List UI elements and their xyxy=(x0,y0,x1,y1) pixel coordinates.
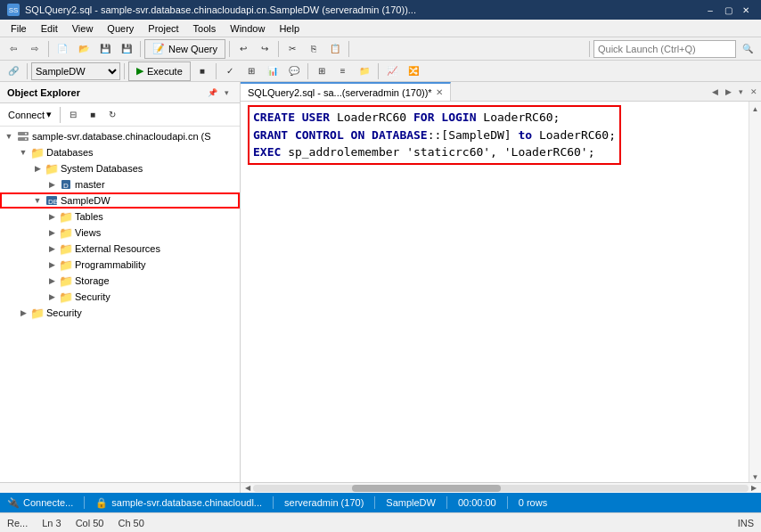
expand-master[interactable]: ▶ xyxy=(45,177,59,192)
oe-sep1 xyxy=(60,107,61,123)
new-file-button[interactable]: 📄 xyxy=(53,40,72,58)
sql-line-2: GRANT CONTROL ON DATABASE::[SampleDW] to… xyxy=(253,127,616,144)
object-explorer-header: Object Explorer 📌 ▾ xyxy=(0,82,240,103)
menu-help[interactable]: Help xyxy=(272,22,307,35)
tree-item-sampledw[interactable]: ▼ DB SampleDW xyxy=(0,192,240,209)
menu-view[interactable]: View xyxy=(65,22,101,35)
connect-button[interactable]: 🔗 xyxy=(4,62,23,80)
tree-item-databases[interactable]: ▼ 📁 Databases xyxy=(0,144,240,160)
object-explorer-title: Object Explorer xyxy=(7,87,80,98)
tab-scroll-right[interactable]: ▶ xyxy=(722,87,735,96)
cancel-query-button[interactable]: ■ xyxy=(192,62,212,80)
open-button[interactable]: 📂 xyxy=(74,40,94,58)
scroll-thumb[interactable] xyxy=(352,485,501,492)
menu-tools[interactable]: Tools xyxy=(186,22,224,35)
redo-button[interactable]: ↪ xyxy=(255,40,274,58)
databases-label: Databases xyxy=(46,147,94,158)
connect-dropdown[interactable]: Connect ▾ xyxy=(4,107,56,122)
tab-close-button[interactable]: ✕ xyxy=(436,87,443,97)
menu-window[interactable]: Window xyxy=(223,22,272,35)
oe-arrow-button[interactable]: ▾ xyxy=(220,86,233,99)
external-resources-folder-icon: 📁 xyxy=(59,242,73,255)
quick-launch-input[interactable] xyxy=(593,40,736,58)
tab-dropdown-arrow[interactable]: ▾ xyxy=(735,87,747,96)
menu-project[interactable]: Project xyxy=(141,22,185,35)
sql-tab-query2[interactable]: SQLQuery2.sql - sa...(serveradmin (170))… xyxy=(241,82,451,101)
expand-programmability[interactable]: ▶ xyxy=(45,258,59,272)
tree-area[interactable]: ▼ sample-svr.database.chinacloudapi.cn (… xyxy=(0,127,240,482)
minimap-up-arrow[interactable]: ▲ xyxy=(750,103,761,114)
expand-security[interactable]: ▶ xyxy=(16,306,30,320)
back-button[interactable]: ⇦ xyxy=(4,40,23,58)
copy-button[interactable]: ⎘ xyxy=(304,40,323,58)
messages-button[interactable]: 💬 xyxy=(284,62,304,80)
client-stats-button[interactable]: 📈 xyxy=(382,62,402,80)
connection-label: Connecte... xyxy=(23,497,73,508)
database-selector[interactable]: SampleDW xyxy=(31,62,120,80)
expand-security-sub[interactable]: ▶ xyxy=(45,290,59,304)
menu-edit[interactable]: Edit xyxy=(34,22,65,35)
tree-item-security[interactable]: ▶ 📁 Security xyxy=(0,305,240,321)
oe-pin-button[interactable]: 📌 xyxy=(206,86,218,99)
scroll-track[interactable] xyxy=(253,485,749,492)
expand-tables[interactable]: ▶ xyxy=(45,209,59,224)
results-file-button[interactable]: 📁 xyxy=(355,62,374,80)
tree-item-external-resources[interactable]: ▶ 📁 External Resources xyxy=(0,241,240,257)
menu-query[interactable]: Query xyxy=(100,22,141,35)
oe-filter-button[interactable]: ⊟ xyxy=(64,107,82,123)
ident-loaderrc60-login: LoaderRC60 xyxy=(483,110,552,124)
connect-label: Connect xyxy=(8,110,45,120)
new-query-button[interactable]: 📝 New Query xyxy=(144,39,225,59)
sep8 xyxy=(124,63,125,79)
tree-item-programmability[interactable]: ▶ 📁 Programmability xyxy=(0,257,240,273)
editor-horizontal-scrollbar[interactable]: ◀ ▶ xyxy=(241,482,761,493)
tree-item-tables[interactable]: ▶ 📁 Tables xyxy=(0,209,240,225)
expand-storage[interactable]: ▶ xyxy=(45,274,59,288)
tree-item-server[interactable]: ▼ sample-svr.database.chinacloudapi.cn (… xyxy=(0,128,240,144)
system-dbs-label: System Databases xyxy=(61,163,143,174)
search-icon-btn[interactable]: 🔍 xyxy=(738,40,757,58)
oe-horizontal-scrollbar[interactable] xyxy=(0,482,240,493)
tree-item-storage[interactable]: ▶ 📁 Storage xyxy=(0,273,240,289)
tab-close-pane[interactable]: ✕ xyxy=(747,87,761,96)
oe-stop-button[interactable]: ■ xyxy=(84,107,102,123)
save-all-button[interactable]: 💾 xyxy=(117,40,136,58)
results-button[interactable]: 📊 xyxy=(263,62,282,80)
menu-file[interactable]: File xyxy=(4,22,34,35)
minimize-button[interactable]: – xyxy=(702,4,718,16)
tree-item-views[interactable]: ▶ 📁 Views xyxy=(0,225,240,241)
expand-sampledw[interactable]: ▼ xyxy=(30,193,45,208)
results-text-button[interactable]: ≡ xyxy=(333,62,353,80)
expand-views[interactable]: ▶ xyxy=(45,225,59,240)
paste-button[interactable]: 📋 xyxy=(325,40,345,58)
tree-item-master[interactable]: ▶ D master xyxy=(0,176,240,192)
maximize-button[interactable]: ▢ xyxy=(720,4,736,16)
sep3 xyxy=(229,41,230,57)
cut-button[interactable]: ✂ xyxy=(282,40,302,58)
minimap-down-arrow[interactable]: ▼ xyxy=(750,471,761,482)
save-button[interactable]: 💾 xyxy=(95,40,115,58)
oe-refresh-button[interactable]: ↻ xyxy=(103,107,121,123)
sql-code-editor[interactable]: CREATE USER LoaderRC60 FOR LOGIN LoaderR… xyxy=(241,102,749,482)
undo-button[interactable]: ↩ xyxy=(233,40,253,58)
scroll-right-arrow[interactable]: ▶ xyxy=(749,483,759,494)
expand-external-resources[interactable]: ▶ xyxy=(45,241,59,256)
tree-item-system-dbs[interactable]: ▶ 📁 System Databases xyxy=(0,160,240,176)
programmability-label: Programmability xyxy=(75,259,145,270)
expand-system-dbs[interactable]: ▶ xyxy=(30,161,45,176)
parse-button[interactable]: ✓ xyxy=(220,62,240,80)
execute-button[interactable]: ▶ Execute xyxy=(128,61,191,81)
expand-server[interactable]: ▼ xyxy=(2,129,16,143)
tree-item-security-sub[interactable]: ▶ 📁 Security xyxy=(0,289,240,305)
forward-button[interactable]: ⇨ xyxy=(25,40,45,58)
display-plan-button[interactable]: ⊞ xyxy=(241,62,261,80)
tab-scroll-left[interactable]: ◀ xyxy=(708,87,722,96)
ident-loaderrc60-2: LoaderRC60 xyxy=(539,128,609,142)
include-actual-plan-button[interactable]: 🔀 xyxy=(404,62,423,80)
scroll-left-arrow[interactable]: ◀ xyxy=(242,483,253,494)
results-grid-button[interactable]: ⊞ xyxy=(312,62,331,80)
kw-to: to xyxy=(518,128,532,142)
sep10 xyxy=(307,63,308,79)
expand-databases[interactable]: ▼ xyxy=(16,145,30,160)
close-button[interactable]: ✕ xyxy=(738,4,754,16)
